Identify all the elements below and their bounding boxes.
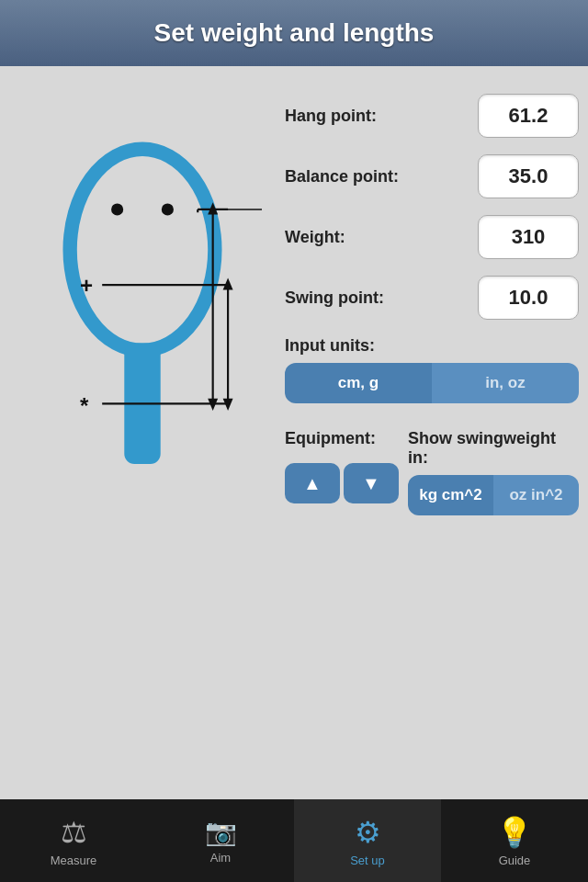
svg-point-2: [111, 203, 123, 215]
tab-setup[interactable]: ⚙ Set up: [294, 799, 441, 882]
bottom-section: Equipment: ▲ ▼ Show swingweight in: kg c…: [285, 429, 579, 532]
input-units-label: Input units:: [285, 336, 579, 356]
swingweight-section: Show swingweight in: kg cm^2 oz in^2: [408, 429, 579, 532]
equipment-down-button[interactable]: ▼: [344, 463, 399, 503]
tab-aim[interactable]: 📷 Aim: [147, 799, 294, 882]
guide-icon: 💡: [496, 815, 533, 850]
tab-aim-label: Aim: [210, 851, 231, 865]
balance-point-input[interactable]: [478, 154, 579, 198]
main-content: + * Hang poi: [0, 66, 588, 799]
svg-point-3: [162, 203, 174, 215]
svg-point-0: [70, 149, 215, 350]
tab-setup-label: Set up: [350, 854, 385, 867]
tab-measure[interactable]: ⚖ Measure: [0, 799, 147, 882]
svg-marker-13: [208, 399, 218, 411]
tab-measure-label: Measure: [51, 854, 97, 867]
equipment-section: Equipment: ▲ ▼: [285, 429, 399, 503]
weight-label: Weight:: [285, 228, 345, 247]
tab-guide[interactable]: 💡 Guide: [441, 799, 588, 882]
input-units-toggle: cm, g in, oz: [285, 363, 579, 403]
swing-point-label: Swing point:: [285, 288, 384, 308]
controls-area: Hang point: Balance point: Weight: Swing…: [276, 85, 579, 790]
equipment-label: Equipment:: [285, 429, 376, 448]
swingweight-label: Show swingweight in:: [408, 429, 579, 468]
swingweight-kg-cm2[interactable]: kg cm^2: [408, 475, 493, 515]
swing-point-row: Swing point:: [285, 276, 579, 320]
balance-point-row: Balance point:: [285, 154, 579, 198]
hang-point-row: Hang point:: [285, 94, 579, 138]
input-units-in-oz[interactable]: in, oz: [432, 363, 579, 403]
header: Set weight and lengths: [0, 0, 588, 66]
input-units-cm-g[interactable]: cm, g: [285, 363, 432, 403]
setup-icon: ⚙: [355, 815, 381, 850]
tab-bar: ⚖ Measure 📷 Aim ⚙ Set up 💡 Guide: [0, 799, 588, 882]
weight-row: Weight:: [285, 215, 579, 259]
swingweight-toggle: kg cm^2 oz in^2: [408, 475, 579, 515]
racket-diagram: + *: [9, 85, 276, 790]
equipment-up-button[interactable]: ▲: [285, 463, 340, 503]
swingweight-oz-in2[interactable]: oz in^2: [493, 475, 579, 515]
hang-point-label: Hang point:: [285, 107, 377, 126]
measure-icon: ⚖: [61, 815, 87, 850]
weight-input[interactable]: [478, 215, 579, 259]
swing-point-input[interactable]: [478, 276, 579, 320]
svg-marker-16: [223, 399, 233, 411]
hang-point-input[interactable]: [478, 94, 579, 138]
tab-guide-label: Guide: [499, 854, 531, 867]
equipment-buttons: ▲ ▼: [285, 463, 399, 503]
balance-point-label: Balance point:: [285, 167, 399, 187]
page-title: Set weight and lengths: [154, 18, 435, 48]
aim-icon: 📷: [205, 817, 237, 847]
svg-text:+: +: [80, 273, 93, 298]
svg-text:*: *: [80, 393, 89, 418]
